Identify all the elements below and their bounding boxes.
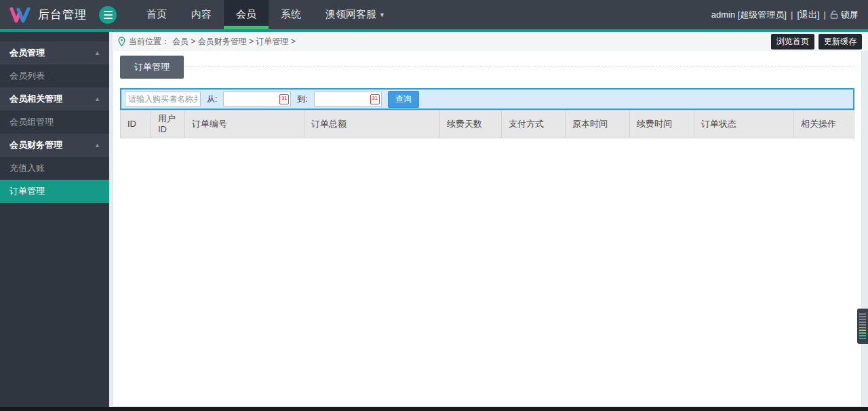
col-order-status: 订单状态 — [694, 111, 794, 138]
buyer-keyword-input[interactable] — [125, 92, 201, 106]
nav-item-home[interactable]: 首页 — [134, 0, 179, 29]
col-actions: 相关操作 — [794, 111, 854, 138]
separator: | — [824, 9, 826, 20]
sidebar-section-label: 会员管理 — [9, 47, 45, 58]
table-header-row: ID 用户ID 订单编号 订单总额 续费天数 支付方式 原本时间 续费时间 订单… — [121, 111, 854, 138]
calendar-icon[interactable]: 31 — [370, 94, 380, 104]
logout-link[interactable]: [退出] — [797, 9, 819, 21]
lock-label: 锁屏 — [841, 9, 859, 21]
date-to-label: 到: — [297, 94, 307, 105]
sidebar-section-member-finance[interactable]: 会员财务管理 ▲ — [0, 134, 109, 157]
sidebar-item-member-list[interactable]: 会员列表 — [0, 64, 109, 87]
sidebar-item-order-mgmt[interactable]: 订单管理 — [0, 180, 109, 203]
sidebar-section-label: 会员财务管理 — [9, 140, 62, 150]
calendar-icon[interactable]: 31 — [279, 94, 289, 104]
query-button[interactable]: 查询 — [388, 91, 419, 108]
sidebar-item-member-groups[interactable]: 会员组管理 — [0, 111, 109, 134]
logo-w-icon — [9, 6, 31, 24]
col-user-id: 用户ID — [151, 111, 185, 138]
hamburger-menu-icon[interactable] — [99, 6, 117, 24]
main-area: 当前位置： 会员 > 会员财务管理 > 订单管理 > 浏览首页 更新缓存 订单管… — [109, 32, 868, 407]
date-from-field: 31 — [223, 92, 291, 106]
sidebar-section-label: 会员相关管理 — [9, 94, 62, 104]
logo[interactable]: 后台管理 — [0, 6, 87, 24]
nav-item-support[interactable]: 澳领网客服▼ — [313, 0, 397, 29]
side-panel-toggle[interactable] — [857, 309, 868, 344]
sidebar: 会员管理 ▲ 会员列表 会员相关管理 ▲ 会员组管理 会员财务管理 ▲ 充值入账… — [0, 32, 109, 407]
lock-icon — [830, 10, 838, 19]
user-area: admin [超级管理员] | [退出] | 锁屏 — [711, 9, 868, 21]
bottom-bar — [0, 407, 868, 411]
date-to-field: 31 — [314, 92, 382, 106]
col-order-number: 订单编号 — [185, 111, 304, 138]
update-cache-button[interactable]: 更新缓存 — [818, 34, 862, 50]
top-navbar: 后台管理 首页 内容 会员 系统 澳领网客服▼ admin [超级管理员] | … — [0, 0, 868, 29]
col-payment-method: 支付方式 — [502, 111, 566, 138]
separator: | — [791, 9, 793, 20]
nav-item-members[interactable]: 会员 — [224, 0, 269, 29]
breadcrumb-path[interactable]: 会员 > 会员财务管理 > 订单管理 > — [172, 36, 296, 47]
col-original-time: 原本时间 — [566, 111, 630, 138]
lock-screen-link[interactable]: 锁屏 — [830, 9, 859, 21]
nav-item-content[interactable]: 内容 — [179, 0, 224, 29]
col-renewal-time: 续费时间 — [630, 111, 694, 138]
breadcrumb-label: 当前位置： — [129, 36, 170, 47]
app-title: 后台管理 — [38, 7, 87, 22]
sidebar-item-recharge[interactable]: 充值入账 — [0, 157, 109, 180]
chevron-up-icon: ▲ — [94, 87, 100, 111]
sidebar-section-member-related[interactable]: 会员相关管理 ▲ — [0, 87, 109, 111]
breadcrumb: 当前位置： 会员 > 会员财务管理 > 订单管理 > 浏览首页 更新缓存 — [113, 32, 868, 51]
chevron-up-icon: ▲ — [94, 41, 100, 64]
nav-item-system[interactable]: 系统 — [269, 0, 313, 29]
sidebar-section-member-mgmt[interactable]: 会员管理 ▲ — [0, 41, 109, 64]
chevron-down-icon: ▼ — [379, 12, 385, 18]
date-from-label: 从: — [207, 94, 217, 105]
chevron-up-icon: ▲ — [94, 134, 100, 157]
search-toolbar: 从: 31 到: — [120, 88, 854, 110]
admin-app: 后台管理 首页 内容 会员 系统 澳领网客服▼ admin [超级管理员] | … — [0, 0, 868, 411]
location-pin-icon — [118, 37, 125, 47]
col-order-total: 订单总额 — [304, 111, 440, 138]
col-id: ID — [121, 111, 151, 138]
user-info[interactable]: admin [超级管理员] — [711, 9, 787, 21]
content-panel: 订单管理 从: 31 到: — [113, 51, 862, 407]
browse-home-button[interactable]: 浏览首页 — [771, 34, 814, 50]
tab-order-management[interactable]: 订单管理 — [120, 56, 184, 79]
nav-item-support-label: 澳领网客服 — [326, 8, 376, 20]
tab-row: 订单管理 — [113, 51, 861, 87]
col-renewal-days: 续费天数 — [440, 111, 502, 138]
orders-table: ID 用户ID 订单编号 订单总额 续费天数 支付方式 原本时间 续费时间 订单… — [120, 110, 854, 138]
main-nav: 首页 内容 会员 系统 澳领网客服▼ — [134, 0, 397, 29]
